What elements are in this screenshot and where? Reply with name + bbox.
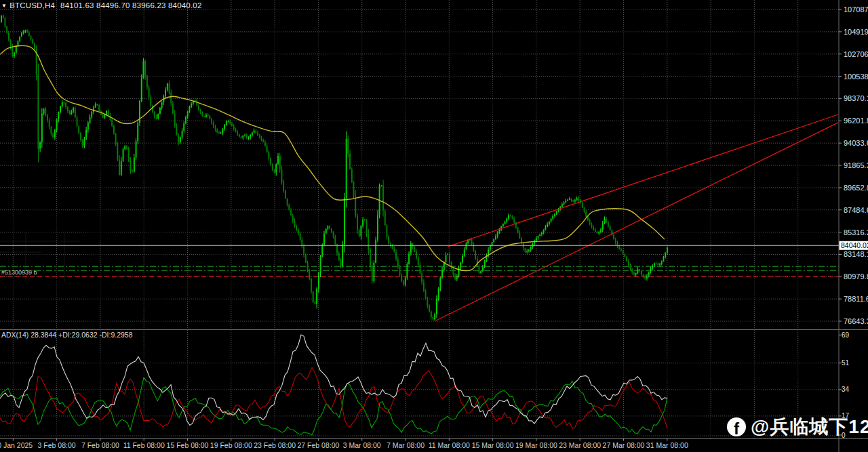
trading-chart-window: 107087.35104919.10102706.60100538.359837…	[0, 0, 868, 452]
svg-text:3 Feb 08:00: 3 Feb 08:00	[38, 441, 76, 449]
svg-text:98370.10: 98370.10	[844, 94, 868, 102]
svg-text:78811.60: 78811.60	[844, 295, 868, 303]
svg-text:27 Mar 08:00: 27 Mar 08:00	[603, 441, 645, 449]
symbol-dropdown-icon[interactable]: ▼	[1, 3, 7, 9]
svg-text:30 Jan 2025: 30 Jan 2025	[0, 441, 33, 449]
svg-text:15 Feb 08:00: 15 Feb 08:00	[167, 441, 209, 449]
candlestick-chart-canvas[interactable]: 107087.35104919.10102706.60100538.359837…	[0, 0, 868, 452]
svg-text:89652.85: 89652.85	[844, 184, 868, 192]
svg-text:107087.35: 107087.35	[844, 5, 868, 14]
svg-text:31 Mar 08:00: 31 Mar 08:00	[646, 441, 688, 449]
symbol-period-label: BTCUSD,H4	[9, 1, 55, 9]
ohlc-values: 84101.63 84496.70 83966.23 84040.02	[60, 1, 201, 9]
svg-text:100538.35: 100538.35	[844, 73, 868, 81]
svg-text:83148.10: 83148.10	[844, 250, 868, 258]
indicator-label: ADX(14) 28.3844 +DI:29.0632 -DI:9.2958	[1, 331, 133, 339]
svg-text:76643.35: 76643.35	[844, 317, 868, 325]
svg-text:87484.60: 87484.60	[844, 206, 868, 214]
order-line-label: #51300939 b	[1, 269, 37, 276]
svg-text:51: 51	[842, 359, 850, 367]
svg-text:11 Mar 08:00: 11 Mar 08:00	[429, 441, 470, 449]
svg-text:7 Feb 08:00: 7 Feb 08:00	[81, 441, 119, 449]
symbol-info-line: ▼BTCUSD,H484101.63 84496.70 83966.23 840…	[1, 1, 202, 9]
svg-text:19 Mar 08:00: 19 Mar 08:00	[515, 441, 557, 449]
svg-text:85316.35: 85316.35	[844, 228, 868, 237]
svg-text:102706.60: 102706.60	[844, 50, 868, 58]
svg-text:7 Mar 08:00: 7 Mar 08:00	[387, 441, 425, 449]
watermark-text: @兵临城下123	[751, 414, 868, 440]
svg-text:34: 34	[842, 386, 850, 393]
svg-text:104919.10: 104919.10	[844, 28, 868, 36]
svg-text:23 Feb 08:00: 23 Feb 08:00	[254, 441, 296, 449]
svg-text:80979.85: 80979.85	[844, 272, 868, 281]
svg-text:91865.35: 91865.35	[844, 161, 868, 169]
svg-text:19 Feb 08:00: 19 Feb 08:00	[210, 441, 252, 449]
svg-text:96201.85: 96201.85	[844, 117, 868, 125]
facebook-icon: f	[727, 417, 746, 436]
svg-text:23 Mar 08:00: 23 Mar 08:00	[559, 441, 601, 449]
svg-text:94033.60: 94033.60	[844, 139, 868, 147]
watermark: f @兵临城下123	[727, 414, 868, 440]
svg-text:3 Mar 08:00: 3 Mar 08:00	[343, 441, 381, 449]
svg-text:84040.02: 84040.02	[841, 241, 868, 249]
svg-text:15 Mar 08:00: 15 Mar 08:00	[472, 441, 514, 449]
svg-text:27 Feb 08:00: 27 Feb 08:00	[297, 441, 339, 449]
svg-text:11 Feb 08:00: 11 Feb 08:00	[123, 441, 165, 449]
svg-text:69: 69	[842, 331, 850, 339]
